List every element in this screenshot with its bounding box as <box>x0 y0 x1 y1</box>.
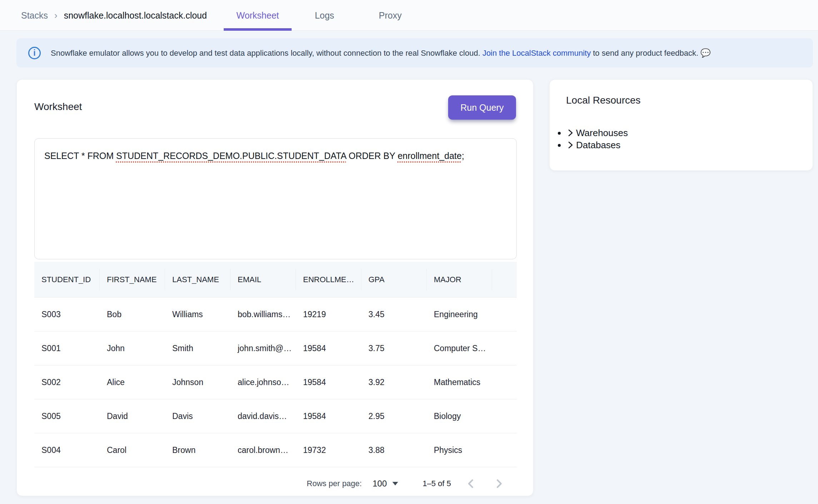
chevron-right-icon <box>493 478 505 490</box>
banner-text-before: Snowflake emulator allows you to develop… <box>51 49 482 58</box>
chevron-right-icon <box>566 129 575 140</box>
table-cell: 19584 <box>296 344 361 353</box>
table-pagination: Rows per page: 100 1–5 of 5 <box>34 471 517 496</box>
column-header-4[interactable]: ENROLLME… <box>296 269 361 290</box>
table-row[interactable]: S002AliceJohnsonalice.johnso…195843.92Ma… <box>34 365 517 399</box>
table-cell: Williams <box>165 310 230 319</box>
table-cell: Engineering <box>427 310 492 319</box>
table-cell: David <box>100 411 165 421</box>
table-row[interactable]: S001JohnSmithjohn.smith@…195843.75Comput… <box>34 331 517 365</box>
local-resources-title: Local Resources <box>566 95 813 106</box>
table-cell: Smith <box>165 344 230 353</box>
tab-worksheet[interactable]: Worksheet <box>224 0 292 31</box>
rows-per-page-value: 100 <box>372 479 387 489</box>
next-page-button[interactable] <box>491 476 507 491</box>
table-cell: Alice <box>100 378 165 387</box>
breadcrumb: Stacks › snowflake.localhost.localstack.… <box>21 0 207 31</box>
table-cell: 2.95 <box>361 411 427 421</box>
chevron-right-icon <box>566 141 575 152</box>
table-row[interactable]: S005DavidDavisdavid.davis…195842.95Biolo… <box>34 399 517 433</box>
resource-item-warehouses[interactable]: Warehouses <box>566 128 813 140</box>
resource-item-databases[interactable]: Databases <box>566 140 813 152</box>
breadcrumb-current-stack: snowflake.localhost.localstack.cloud <box>64 10 207 21</box>
local-resources-list: WarehousesDatabases <box>550 128 813 152</box>
rows-per-page-select[interactable]: 100 <box>372 479 398 489</box>
table-cell: S003 <box>34 310 100 319</box>
table-row[interactable]: S004CarolBrowncarol.brown…197323.88Physi… <box>34 433 517 467</box>
chevron-left-icon <box>465 478 477 490</box>
table-header-row: STUDENT_IDFIRST_NAMELAST_NAMEEMAILENROLL… <box>34 262 517 298</box>
community-link[interactable]: Join the LocalStack community <box>482 49 591 58</box>
table-cell: S001 <box>34 344 100 353</box>
table-cell: Carol <box>100 445 165 455</box>
table-cell: S002 <box>34 378 100 387</box>
banner-text-after: to send any product feedback. <box>591 49 698 58</box>
info-banner: i Snowflake emulator allows you to devel… <box>16 38 813 68</box>
column-header-0[interactable]: STUDENT_ID <box>34 269 100 290</box>
previous-page-button[interactable] <box>463 476 479 491</box>
table-cell: John <box>100 344 165 353</box>
sql-segment-0: SELECT * FROM <box>44 151 116 161</box>
table-cell: S005 <box>34 411 100 421</box>
sql-segment-3: enrollment_date <box>398 151 462 161</box>
breadcrumb-stacks[interactable]: Stacks <box>21 10 48 21</box>
results-table: STUDENT_IDFIRST_NAMELAST_NAMEEMAILENROLL… <box>34 262 517 467</box>
speech-balloon-emoji: 💬 <box>700 48 711 58</box>
table-cell: 3.45 <box>361 310 427 319</box>
tab-proxy[interactable]: Proxy <box>357 0 423 31</box>
table-cell: 3.88 <box>361 445 427 455</box>
table-cell: S004 <box>34 445 100 455</box>
worksheet-title: Worksheet <box>34 101 82 113</box>
rows-per-page-label: Rows per page: <box>307 479 362 488</box>
tab-logs[interactable]: Logs <box>292 0 357 31</box>
table-cell: Biology <box>427 411 492 421</box>
table-body: S003BobWilliamsbob.williams…192193.45Eng… <box>34 298 517 467</box>
top-bar: Stacks › snowflake.localhost.localstack.… <box>0 0 818 31</box>
sql-segment-1: STUDENT_RECORDS_DEMO.PUBLIC.STUDENT_DATA <box>116 151 346 161</box>
column-header-3[interactable]: EMAIL <box>230 269 296 290</box>
table-row[interactable]: S003BobWilliamsbob.williams…192193.45Eng… <box>34 298 517 331</box>
column-header-5[interactable]: GPA <box>361 269 427 290</box>
table-cell: Computer S… <box>427 344 492 353</box>
table-cell: john.smith@… <box>230 344 296 353</box>
table-cell: bob.williams… <box>230 310 296 319</box>
column-header-1[interactable]: FIRST_NAME <box>100 269 165 290</box>
sql-editor[interactable]: SELECT * FROM STUDENT_RECORDS_DEMO.PUBLI… <box>34 138 517 259</box>
table-cell: 3.92 <box>361 378 427 387</box>
worksheet-panel: Worksheet Run Query SELECT * FROM STUDEN… <box>16 79 534 496</box>
table-cell: carol.brown… <box>230 445 296 455</box>
table-cell: Mathematics <box>427 378 492 387</box>
column-header-6[interactable]: MAJOR <box>427 269 492 290</box>
run-query-button[interactable]: Run Query <box>448 95 516 120</box>
sql-segment-4: ; <box>462 151 464 161</box>
table-cell: Bob <box>100 310 165 319</box>
breadcrumb-separator: › <box>54 10 58 21</box>
pagination-range: 1–5 of 5 <box>422 479 451 488</box>
tab-bar: WorksheetLogsProxy <box>224 0 423 31</box>
table-cell: Davis <box>165 411 230 421</box>
resource-item-label: Warehouses <box>576 128 628 138</box>
column-header-2[interactable]: LAST_NAME <box>165 269 230 290</box>
table-cell: 19732 <box>296 445 361 455</box>
table-cell: 19584 <box>296 411 361 421</box>
table-cell: Physics <box>427 445 492 455</box>
table-cell: Johnson <box>165 378 230 387</box>
table-cell: 3.75 <box>361 344 427 353</box>
page: Stacks › snowflake.localhost.localstack.… <box>0 0 818 504</box>
resource-item-label: Databases <box>576 140 620 150</box>
table-cell: david.davis… <box>230 411 296 421</box>
table-cell: alice.johnso… <box>230 378 296 387</box>
caret-down-icon <box>392 482 398 485</box>
table-cell: Brown <box>165 445 230 455</box>
column-header-filler <box>492 269 517 290</box>
table-cell: 19584 <box>296 378 361 387</box>
local-resources-panel: Local Resources WarehousesDatabases <box>549 79 813 171</box>
table-cell: 19219 <box>296 310 361 319</box>
info-icon: i <box>28 47 41 59</box>
banner-text: Snowflake emulator allows you to develop… <box>51 48 711 58</box>
sql-segment-2: ORDER BY <box>346 151 398 161</box>
